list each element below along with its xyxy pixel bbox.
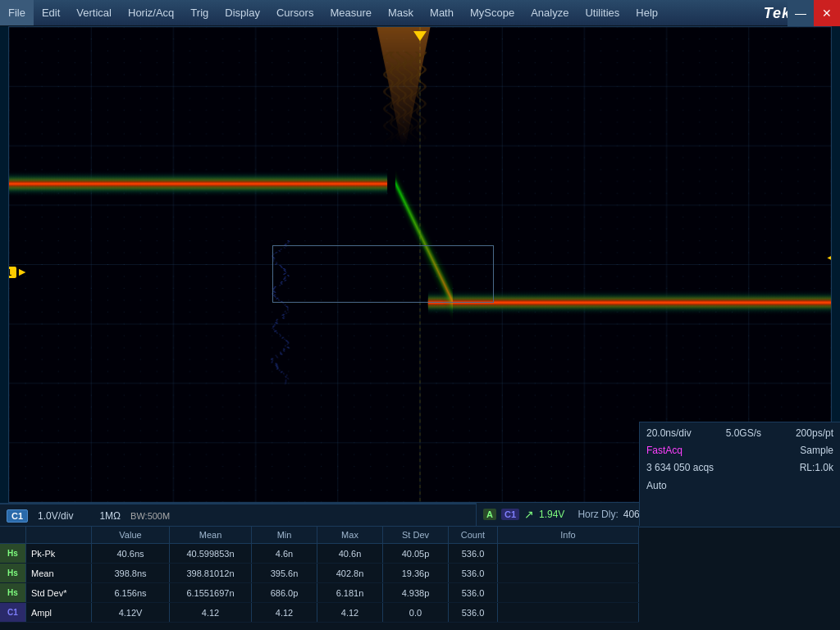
row-count: 536.0 <box>449 544 498 563</box>
row-min: 4.6n <box>252 544 317 563</box>
row-name: Ampl <box>26 603 92 622</box>
row-stdev: 40.05p <box>383 544 449 563</box>
timebase: 20.0ns/div <box>646 426 692 441</box>
horz-dly-label: Horz Dly: <box>578 509 618 520</box>
rl-value: RL:1.0k <box>800 460 833 476</box>
table-row: Hs Std Dev* 6.156ns 6.1551697n 686.0p 6.… <box>0 583 639 603</box>
right-arrow-marker: ◄ <box>824 250 832 265</box>
trig-slope: ↗ <box>524 508 534 521</box>
row-value: 4.12V <box>92 603 170 622</box>
row-mean: 398.81012n <box>170 564 252 582</box>
row-stdev: 0.0 <box>383 603 449 622</box>
minimize-button[interactable]: — <box>788 0 814 26</box>
info-bar: C1 1.0V/div 1MΩ BW:500M A C1 ↗ 1.94V Hor… <box>0 503 840 630</box>
row-info <box>498 603 639 622</box>
window-controls: — ✕ <box>788 0 840 26</box>
menu-analyze[interactable]: Analyze <box>523 0 577 25</box>
menu-horizacq[interactable]: Horiz/Acq <box>120 0 182 25</box>
pts: 200ps/pt <box>796 426 833 441</box>
row-min: 395.6n <box>252 564 317 582</box>
row-info <box>498 564 639 582</box>
row-min: 686.0p <box>252 583 317 602</box>
menu-cursors[interactable]: Cursors <box>268 0 322 25</box>
menu-myscope[interactable]: MyScope <box>462 0 523 25</box>
col-header-mean: Mean <box>170 527 252 543</box>
volts-div: 1.0V/div <box>38 510 73 522</box>
row-stdev: 4.938p <box>383 583 449 602</box>
acq-mode-value: Sample <box>800 443 833 459</box>
col-header-count: Count <box>449 527 498 543</box>
menu-file[interactable]: File <box>0 0 34 25</box>
row-value: 6.156ns <box>92 583 170 602</box>
menu-math[interactable]: Math <box>422 0 462 25</box>
row-badge: Hs <box>0 564 26 582</box>
channel-badge: C1 <box>7 509 28 523</box>
row-max: 4.12 <box>317 603 383 622</box>
row-max: 6.181n <box>317 583 383 602</box>
trig-mode-badge: A <box>483 509 496 520</box>
col-header-min: Min <box>252 527 317 543</box>
table-row: Hs Pk-Pk 40.6ns 40.599853n 4.6n 40.6n 40… <box>0 544 639 564</box>
trig-level: 1.94V <box>539 509 564 520</box>
trig-mode: Auto <box>646 478 667 494</box>
col-header-value: Value <box>92 527 170 543</box>
trig-ch-badge: C1 <box>501 509 519 520</box>
tek-logo: Tek <box>764 4 791 21</box>
menu-edit[interactable]: Edit <box>34 0 68 25</box>
menu-display[interactable]: Display <box>217 0 268 25</box>
menu-bar: File Edit Vertical Horiz/Acq Trig Displa… <box>0 0 840 26</box>
row-count: 536.0 <box>449 564 498 582</box>
col-header-info: Info <box>498 527 639 543</box>
close-button[interactable]: ✕ <box>814 0 840 26</box>
row-max: 402.8n <box>317 564 383 582</box>
row-badge: Hs <box>0 583 26 602</box>
row-max: 40.6n <box>317 544 383 563</box>
impedance: 1MΩ <box>99 510 121 522</box>
acqs-count: 3 634 050 acqs <box>646 460 714 476</box>
menu-measure[interactable]: Measure <box>322 0 380 25</box>
ch1-marker: 1 ► <box>8 265 28 278</box>
row-name: Std Dev* <box>26 583 92 602</box>
cursor-box <box>272 245 495 302</box>
row-info <box>498 544 639 563</box>
row-name: Mean <box>26 564 92 582</box>
table-row: C1 Ampl 4.12V 4.12 4.12 4.12 0.0 536.0 <box>0 603 639 623</box>
row-mean: 6.1551697n <box>170 583 252 602</box>
menu-vertical[interactable]: Vertical <box>68 0 120 25</box>
table-row: Hs Mean 398.8ns 398.81012n 395.6n 402.8n… <box>0 564 639 583</box>
row-badge: C1 <box>0 603 26 622</box>
menu-utilities[interactable]: Utilities <box>577 0 628 25</box>
menu-help[interactable]: Help <box>628 0 666 25</box>
row-name: Pk-Pk <box>26 544 92 563</box>
trigger-marker <box>413 31 427 41</box>
col-header-stdev: St Dev <box>383 527 449 543</box>
row-mean: 4.12 <box>170 603 252 622</box>
menu-trig[interactable]: Trig <box>182 0 217 25</box>
bandwidth: BW:500M <box>130 511 170 521</box>
acq-mode-label: FastAcq <box>646 443 682 459</box>
meas-rows-container: Hs Pk-Pk 40.6ns 40.599853n 4.6n 40.6n 40… <box>0 544 639 623</box>
menu-mask[interactable]: Mask <box>380 0 422 25</box>
measurements-table: Value Mean Min Max St Dev Count Info Hs … <box>0 526 639 630</box>
col-header-max: Max <box>317 527 383 543</box>
meas-header: Value Mean Min Max St Dev Count Info <box>0 526 639 544</box>
acq-info: 20.0ns/div 5.0GS/s 200ps/pt FastAcq Samp… <box>639 422 840 526</box>
row-min: 4.12 <box>252 603 317 622</box>
col-header-name <box>26 527 92 543</box>
sample-rate: 5.0GS/s <box>726 426 761 441</box>
row-value: 40.6ns <box>92 544 170 563</box>
row-count: 536.0 <box>449 603 498 622</box>
row-mean: 40.599853n <box>170 544 252 563</box>
row-value: 398.8ns <box>92 564 170 582</box>
row-stdev: 19.36p <box>383 564 449 582</box>
row-badge: Hs <box>0 544 26 563</box>
col-header-badge <box>0 527 26 543</box>
row-count: 536.0 <box>449 583 498 602</box>
row-info <box>498 583 639 602</box>
